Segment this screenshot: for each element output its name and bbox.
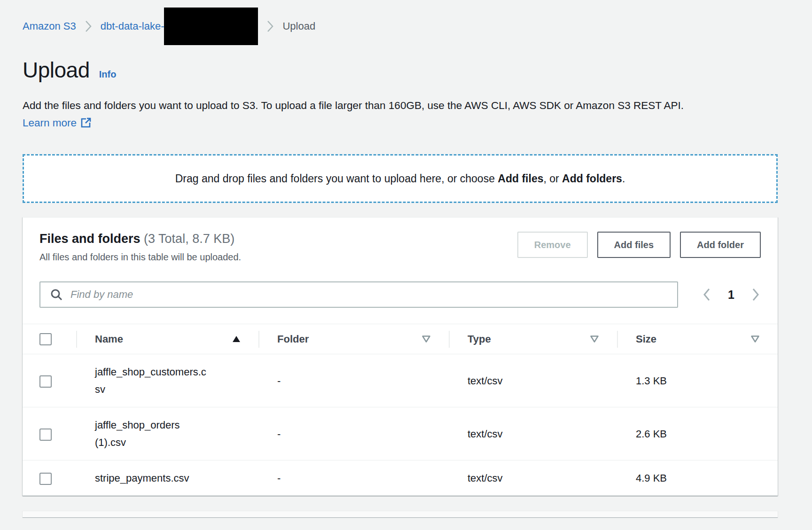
upload-page: Amazon S3 dbt-data-lake- Upload Upload I… [23, 0, 778, 517]
sort-toggle-icon [422, 335, 431, 343]
file-name: jaffle_shop_orders (1).csv [95, 416, 210, 451]
pagination: 1 [702, 287, 761, 302]
select-all-checkbox[interactable] [39, 333, 52, 345]
column-label: Size [636, 333, 656, 345]
row-checkbox[interactable] [39, 429, 52, 441]
select-all-header [23, 324, 76, 354]
breadcrumb-bucket-label[interactable]: dbt-data-lake- [101, 20, 164, 32]
chevron-right-icon [266, 20, 274, 33]
files-table: Name Folder Type [23, 324, 778, 496]
external-link-icon [80, 117, 92, 128]
file-folder: - [258, 460, 449, 496]
column-header-name[interactable]: Name [76, 324, 258, 354]
row-checkbox[interactable] [39, 473, 52, 485]
learn-more-label: Learn more [23, 117, 77, 129]
page-title: Upload [23, 57, 90, 83]
drop-zone-text: Drag and drop files and folders you want… [175, 172, 625, 185]
sort-toggle-icon [590, 335, 599, 343]
chevron-right-icon [750, 287, 761, 302]
current-page-number[interactable]: 1 [728, 288, 734, 302]
breadcrumb: Amazon S3 dbt-data-lake- Upload [23, 0, 778, 45]
sort-toggle-icon [750, 335, 760, 343]
breadcrumb-current-upload: Upload [282, 20, 315, 32]
title-row: Upload Info [23, 57, 778, 83]
column-header-size[interactable]: Size [617, 324, 778, 354]
description-text: Add the files and folders you want to up… [23, 100, 684, 111]
search-box[interactable] [39, 281, 678, 308]
file-folder: - [258, 407, 449, 460]
panel-header: Files and folders (3 Total, 8.7 KB) All … [23, 218, 778, 263]
table-header-row: Name Folder Type [23, 324, 778, 354]
info-link[interactable]: Info [99, 69, 117, 80]
drop-text-suffix: . [622, 172, 625, 185]
panel-title-label: Files and folders [39, 232, 141, 246]
panel-count-summary: (3 Total, 8.7 KB) [144, 232, 234, 246]
panel-actions: Remove Add files Add folder [517, 232, 761, 258]
panel-title: Files and folders (3 Total, 8.7 KB) [39, 232, 241, 246]
sort-ascending-icon [232, 335, 241, 343]
next-section-panel [23, 511, 778, 517]
drop-text-add-folders: Add folders [562, 172, 622, 185]
chevron-left-icon [702, 287, 712, 302]
column-header-folder[interactable]: Folder [258, 324, 449, 354]
table-row: jaffle_shop_customers.csv - text/csv 1.3… [23, 354, 778, 407]
search-input[interactable] [70, 288, 668, 301]
breadcrumb-amazon-s3[interactable]: Amazon S3 [23, 20, 76, 32]
add-folder-button[interactable]: Add folder [680, 232, 761, 258]
drop-text-prefix: Drag and drop files and folders you want… [175, 172, 498, 185]
next-page-button[interactable] [750, 287, 761, 302]
drop-text-add-files: Add files [498, 172, 543, 185]
drag-drop-zone[interactable]: Drag and drop files and folders you want… [23, 154, 778, 203]
file-name: stripe_payments.csv [95, 469, 210, 487]
redacted-bucket-name [164, 8, 258, 45]
search-row: 1 [23, 263, 778, 308]
file-folder: - [258, 354, 449, 407]
table-row: jaffle_shop_orders (1).csv - text/csv 2.… [23, 407, 778, 460]
file-size: 2.6 KB [617, 407, 778, 460]
table-row: stripe_payments.csv - text/csv 4.9 KB [23, 460, 778, 496]
panel-header-text: Files and folders (3 Total, 8.7 KB) All … [39, 232, 241, 263]
row-checkbox[interactable] [39, 375, 52, 388]
breadcrumb-bucket[interactable]: dbt-data-lake- [101, 8, 258, 45]
file-type: text/csv [449, 407, 617, 460]
column-header-type[interactable]: Type [449, 324, 617, 354]
page-description: Add the files and folders you want to up… [23, 97, 723, 132]
column-label: Type [468, 333, 491, 345]
file-size: 4.9 KB [617, 460, 778, 496]
column-label: Folder [277, 333, 309, 345]
previous-page-button[interactable] [702, 287, 712, 302]
file-type: text/csv [449, 460, 617, 496]
learn-more-link[interactable]: Learn more [23, 117, 92, 129]
chevron-right-icon [85, 20, 92, 33]
panel-subtitle: All files and folders in this table will… [39, 252, 241, 263]
column-label: Name [95, 333, 123, 345]
file-size: 1.3 KB [617, 354, 778, 407]
file-name: jaffle_shop_customers.csv [95, 363, 210, 398]
files-and-folders-panel: Files and folders (3 Total, 8.7 KB) All … [23, 217, 778, 496]
drop-text-separator: , or [543, 172, 562, 185]
add-files-button[interactable]: Add files [597, 232, 671, 258]
search-icon [50, 288, 63, 301]
remove-button[interactable]: Remove [517, 232, 588, 258]
file-type: text/csv [449, 354, 617, 407]
